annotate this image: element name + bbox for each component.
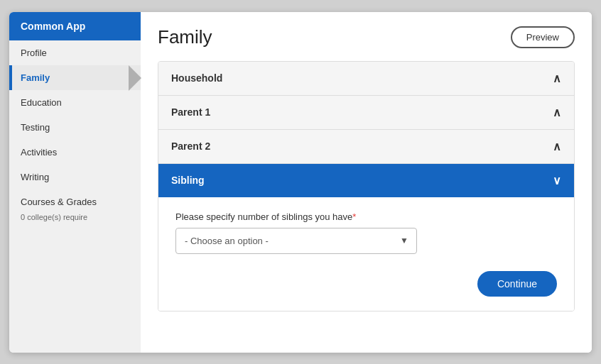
accordion: Household ∧ Parent 1 ∧ Parent 2 ∧ — [158, 61, 575, 311]
household-header[interactable]: Household ∧ — [158, 62, 574, 95]
sibling-header[interactable]: Sibling ∨ — [158, 164, 574, 197]
preview-button[interactable]: Preview — [511, 26, 575, 48]
required-indicator: * — [352, 211, 356, 222]
accordion-sibling: Sibling ∨ Please specify number of sibli… — [158, 164, 574, 311]
sidebar-item-writing[interactable]: Writing — [9, 165, 141, 189]
sidebar-item-family[interactable]: Family — [9, 65, 141, 90]
sidebar-item-testing[interactable]: Testing — [9, 115, 141, 140]
parent2-chevron-icon: ∧ — [553, 140, 561, 153]
main-content: Family Preview Household ∧ Parent 1 ∧ — [141, 12, 592, 353]
parent1-header[interactable]: Parent 1 ∧ — [158, 96, 574, 129]
siblings-select[interactable]: - Choose an option - 0 1 2 3 4 5+ — [175, 228, 417, 254]
parent2-header[interactable]: Parent 2 ∧ — [158, 130, 574, 163]
sidebar-item-activities[interactable]: Activities — [9, 140, 141, 165]
sidebar-item-education[interactable]: Education — [9, 90, 141, 115]
form-footer: Continue — [175, 271, 557, 297]
sidebar-item-courses[interactable]: Courses & Grades — [9, 189, 141, 210]
courses-sub-label: 0 college(s) require — [9, 210, 141, 223]
siblings-select-wrapper: - Choose an option - 0 1 2 3 4 5+ ▼ — [175, 228, 417, 254]
sidebar-app-name: Common App — [21, 21, 85, 32]
sidebar: Common App Profile Family Education Test… — [9, 12, 141, 353]
household-chevron-icon: ∧ — [553, 72, 561, 85]
parent1-chevron-icon: ∧ — [553, 106, 561, 119]
page-title: Family — [158, 26, 212, 48]
siblings-field-label: Please specify number of siblings you ha… — [175, 211, 557, 222]
continue-button[interactable]: Continue — [477, 271, 557, 297]
sidebar-item-profile[interactable]: Profile — [9, 40, 141, 65]
main-header: Family Preview — [158, 26, 575, 48]
sibling-body: Please specify number of siblings you ha… — [158, 197, 574, 311]
sibling-chevron-icon: ∨ — [553, 174, 561, 187]
accordion-parent1: Parent 1 ∧ — [158, 96, 574, 130]
sidebar-header: Common App — [9, 12, 141, 40]
accordion-parent2: Parent 2 ∧ — [158, 130, 574, 164]
app-container: Common App Profile Family Education Test… — [9, 12, 592, 353]
accordion-household: Household ∧ — [158, 62, 574, 96]
